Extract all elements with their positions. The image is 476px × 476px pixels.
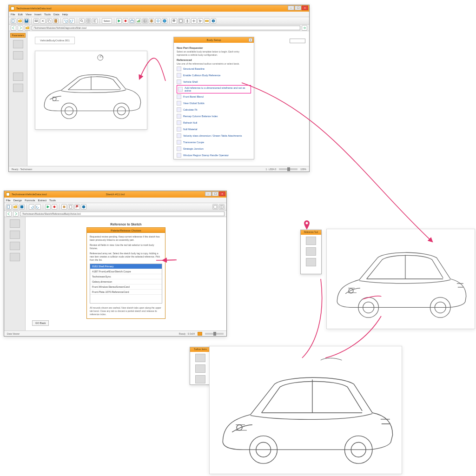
tb-align-icon[interactable] [92,18,98,24]
zoom-slider[interactable] [279,168,298,170]
tp-item-front-bezel[interactable]: Front Bezel Blend [177,93,251,100]
tb-panel-toggle2-icon[interactable] [219,204,225,210]
toolbox-palette[interactable]: Toolbox Items [190,347,211,385]
tb-help-icon[interactable] [81,204,86,210]
titlebar[interactable]: TechstreamVehicleData.tssd – ☐ × [9,5,309,12]
sidebar-props-icon[interactable] [10,253,20,261]
tb-anchor-icon[interactable] [185,18,190,24]
sidebar-grid-icon[interactable] [10,231,20,239]
sidebar-view-icon[interactable] [13,40,23,48]
task-panel-close-icon[interactable]: × [249,38,252,42]
suv-canvas[interactable] [326,229,475,329]
menu-tools[interactable]: Tools [44,13,51,16]
sidebar-slice-icon[interactable] [13,73,23,81]
document-tab[interactable]: VehicleBodyOutline.001 [35,37,75,44]
dialog-list[interactable]: 0182.Shell.Primary A1B7.FrontLeftDoorSke… [90,264,162,304]
sidebar-layers-icon[interactable] [13,51,23,60]
menu-help[interactable]: Help [62,13,68,16]
tb-play-icon[interactable] [116,18,122,24]
tb-panel-toggle-icon[interactable] [212,204,218,210]
task-panel-header[interactable]: Body Setup × [174,37,254,43]
close-button[interactable]: × [302,6,308,10]
menu-tools[interactable]: Tools [49,199,56,202]
tb-play-icon[interactable] [45,204,51,210]
list-item[interactable]: Front.Plate.1070.ReferenceCard [90,290,162,295]
tp-item-window-region[interactable]: Window Region Stamp Handle Operator [177,152,251,159]
tp-item-global-solids[interactable]: View Global Solids [177,100,251,106]
tb-paste-icon[interactable] [53,18,59,24]
tb-search-icon[interactable] [79,18,85,24]
address-input[interactable]: /Techstream/Modules/VehicleDiagnostics/M… [32,26,300,30]
tb-layers-icon[interactable] [149,18,154,24]
minimize-button[interactable]: – [288,6,294,10]
tb-print-icon[interactable] [33,18,39,24]
zoom-thumb[interactable] [213,332,216,336]
tb-new-icon[interactable] [6,204,12,210]
tb-flag-icon[interactable] [74,204,80,210]
nav-folder-icon[interactable] [25,25,30,31]
nav-fwd-icon[interactable] [13,211,19,217]
palette-grid-icon[interactable] [195,354,205,362]
tb-ins-icon[interactable] [61,204,67,210]
tb-measure-icon[interactable] [204,18,210,24]
palette-body-icon[interactable] [306,247,316,256]
nav-back-icon[interactable] [6,211,12,217]
tp-item-refresh-null[interactable]: Refresh Null [177,119,251,126]
reference-tool-palette[interactable]: Reference Tool [300,230,322,274]
close-button[interactable]: × [219,192,225,196]
tb-undo-icon[interactable] [29,204,34,210]
list-item[interactable]: Galaxy.dimension [90,279,162,284]
tb-rec-icon[interactable] [123,18,128,24]
tb-cut-icon[interactable] [40,18,46,24]
sidebar-view-icon[interactable] [10,219,20,228]
tp-item-velocity[interactable]: Velocity class dimension / Drawn Table A… [177,132,251,139]
tb-open-icon[interactable] [13,204,18,210]
tb-select-icon[interactable] [198,18,203,24]
tp-item-calculate-fit[interactable]: Calculate Fit [177,106,251,113]
list-item[interactable]: Front.Window.StereoScreenCard [90,284,162,290]
palette-header[interactable]: Toolbox Items [190,347,211,352]
tb-grid-icon[interactable] [86,18,91,24]
go-back-button[interactable]: GO Back [32,320,49,326]
tb-save-icon[interactable] [24,18,29,24]
maximize-button[interactable]: ☐ [295,6,301,10]
tb-export-icon[interactable] [129,18,135,24]
tp-item-remap[interactable]: Remap Column Balance Index [177,113,251,119]
menu-data[interactable]: Data [53,13,60,16]
menu-file[interactable]: File [11,13,15,16]
titlebar[interactable]: TechstreamVehicleData.tssd Sketch #11.br… [4,191,226,198]
palette-grid-icon[interactable] [306,237,316,245]
crossover-canvas[interactable] [209,346,402,474]
tb-doc-icon[interactable] [68,204,73,210]
menu-view[interactable]: View [26,13,32,16]
tb-undo-icon[interactable] [63,18,68,24]
tb-sync-icon[interactable] [155,18,161,24]
palette-header[interactable]: Reference Tool [301,230,321,235]
sidebar-props-icon[interactable] [13,84,23,92]
tb-selector-label[interactable]: Select [102,18,112,24]
tp-item-collision-body[interactable]: Enable Collision Body Reference [177,72,251,79]
tp-item-structural-baseline[interactable]: Structural Baseline [177,66,251,72]
tb-chart-icon[interactable] [136,18,141,24]
tb-table-icon[interactable] [142,18,148,24]
tb-info-icon[interactable]: i [211,18,216,24]
zoom-thumb[interactable] [287,167,290,171]
menu-file[interactable]: File [6,199,11,202]
tb-globe-icon[interactable] [162,18,167,24]
tb-zoom-icon[interactable] [172,18,177,24]
tb-new-icon[interactable] [11,18,16,24]
tp-item-highlighted[interactable]: Add reference to a dimensioned wireframe… [177,85,251,93]
nav-go-icon[interactable] [302,25,307,31]
palette-link-icon[interactable] [195,375,205,383]
tp-item-transverse[interactable]: Transverse Coupe [177,139,251,145]
palette-body-icon[interactable] [195,364,205,373]
list-item[interactable]: 0182.Shell.Primary [90,264,162,269]
minimize-button[interactable]: – [205,192,212,196]
tp-item-front-emblem[interactable]: Front Emblem Display Moldings [177,159,251,159]
quick-search-input[interactable] [290,39,305,43]
tb-pan-icon[interactable] [191,18,197,24]
menu-insert[interactable]: Insert [34,13,41,16]
tb-redo-icon[interactable] [69,18,75,24]
map-pin-icon[interactable] [304,220,310,230]
sidebar-layers-icon[interactable] [10,242,20,250]
